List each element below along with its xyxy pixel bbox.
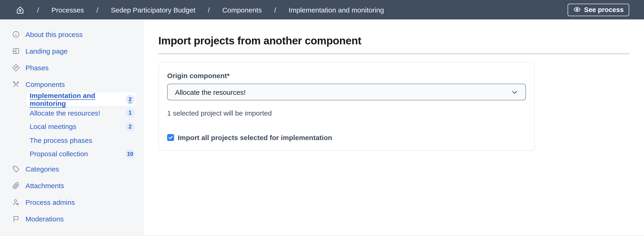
sidebar-item-moderations[interactable]: Moderations bbox=[0, 211, 144, 227]
breadcrumb-process-name[interactable]: Sedep Participatory Budget bbox=[111, 6, 196, 14]
sidebar-item-categories[interactable]: Categories bbox=[0, 161, 144, 177]
main-content: Import projects from another component O… bbox=[144, 19, 644, 235]
origin-component-selected-value: Allocate the resources! bbox=[175, 88, 511, 96]
count-badge: 2 bbox=[126, 122, 135, 131]
origin-component-select[interactable]: Allocate the resources! bbox=[167, 84, 526, 100]
count-badge: 1 bbox=[126, 108, 135, 118]
breadcrumb-current-component: Implementation and monitoring bbox=[289, 6, 384, 14]
sidebar-item-label: Phases bbox=[26, 64, 48, 71]
user-gear-icon bbox=[12, 198, 20, 206]
sidebar-item-label: Moderations bbox=[26, 215, 64, 223]
sidebar-item-components[interactable]: Components bbox=[0, 76, 144, 92]
tag-icon bbox=[12, 165, 20, 173]
sidebar-item-process-admins[interactable]: Process admins bbox=[0, 194, 144, 211]
flag-icon bbox=[12, 215, 20, 223]
submenu-item-proposal-collection[interactable]: Proposal collection 10 bbox=[26, 147, 136, 161]
selected-info-text: 1 selected project will be imported bbox=[167, 109, 526, 117]
import-all-checkbox[interactable] bbox=[167, 134, 174, 141]
bottom-strip bbox=[0, 235, 644, 239]
info-icon bbox=[12, 30, 20, 38]
submenu-item-label: Local meetings bbox=[30, 123, 126, 131]
breadcrumb-separator: / bbox=[37, 6, 39, 14]
breadcrumb-separator: / bbox=[274, 6, 276, 14]
submenu-item-allocate-the-resources[interactable]: Allocate the resources! 1 bbox=[26, 106, 136, 120]
sidebar-item-label: Landing page bbox=[26, 47, 68, 55]
import-all-label[interactable]: Import all projects selected for impleme… bbox=[178, 134, 332, 141]
import-form-card: Origin component* Allocate the resources… bbox=[158, 62, 535, 151]
phases-diamond-icon bbox=[12, 64, 20, 71]
import-all-row: Import all projects selected for impleme… bbox=[167, 134, 526, 141]
count-badge: 2 bbox=[126, 95, 135, 104]
submenu-item-local-meetings[interactable]: Local meetings 2 bbox=[26, 120, 136, 133]
title-divider bbox=[158, 54, 629, 54]
tools-icon bbox=[12, 80, 20, 88]
sidebar-item-label: Attachments bbox=[26, 182, 64, 190]
eye-icon bbox=[573, 5, 581, 13]
sidebar-item-label: Categories bbox=[26, 165, 59, 173]
sidebar-item-about-this-process[interactable]: About this process bbox=[0, 26, 144, 42]
breadcrumb-components[interactable]: Components bbox=[222, 6, 262, 14]
sidebar-item-landing-page[interactable]: Landing page bbox=[0, 42, 144, 59]
breadcrumb: / Processes / Sedep Participatory Budget… bbox=[16, 5, 384, 14]
sidebar-item-attachments[interactable]: Attachments bbox=[0, 177, 144, 194]
origin-component-label: Origin component* bbox=[167, 72, 526, 79]
sidebar-item-label: Process admins bbox=[26, 198, 75, 206]
submenu-item-the-process-phases[interactable]: The process phases bbox=[26, 133, 136, 147]
submenu-item-implementation-and-monitoring[interactable]: Implementation and monitoring 2 bbox=[26, 92, 136, 106]
chevron-down-icon bbox=[511, 88, 518, 95]
layout-icon bbox=[12, 47, 20, 55]
breadcrumb-processes[interactable]: Processes bbox=[52, 6, 84, 14]
app: / Processes / Sedep Participatory Budget… bbox=[0, 0, 644, 239]
see-process-label: See process bbox=[584, 6, 624, 13]
submenu-item-label: The process phases bbox=[30, 136, 135, 144]
submenu-item-label: Implementation and monitoring bbox=[30, 92, 126, 107]
topbar: / Processes / Sedep Participatory Budget… bbox=[0, 0, 644, 19]
breadcrumb-separator: / bbox=[208, 6, 210, 14]
paperclip-icon bbox=[12, 182, 20, 190]
sidebar-item-label: Components bbox=[26, 80, 65, 88]
page-body: About this process Landing page bbox=[0, 19, 644, 235]
home-gear-icon[interactable] bbox=[16, 5, 24, 14]
breadcrumb-separator: / bbox=[96, 6, 98, 14]
see-process-button[interactable]: See process bbox=[568, 3, 629, 16]
page-title: Import projects from another component bbox=[158, 35, 629, 47]
count-badge: 10 bbox=[126, 149, 135, 159]
components-submenu: Implementation and monitoring 2 Allocate… bbox=[0, 92, 144, 161]
submenu-item-label: Proposal collection bbox=[30, 150, 126, 158]
sidebar-item-phases[interactable]: Phases bbox=[0, 59, 144, 76]
sidebar: About this process Landing page bbox=[0, 19, 144, 235]
sidebar-item-label: About this process bbox=[26, 30, 83, 38]
submenu-item-label: Allocate the resources! bbox=[30, 109, 126, 117]
